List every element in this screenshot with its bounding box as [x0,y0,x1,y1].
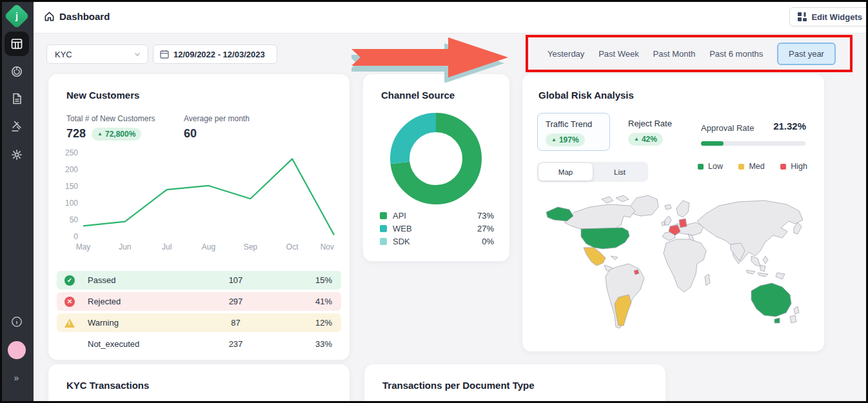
tab-past-year[interactable]: Past year [777,43,836,65]
status-percent: 12% [287,318,332,328]
total-customers-label: Total # of New Customers [66,114,155,123]
sidebar-collapse-button[interactable]: » [0,373,34,383]
warning-triangle-icon [64,319,75,328]
tab-yesterday[interactable]: Yesterday [547,49,584,59]
svg-text:Sep: Sep [244,242,258,251]
card-title: Transactions per Document Type [382,380,535,391]
date-range-picker[interactable]: 12/09/2022 - 12/03/2023 [153,44,277,64]
avg-per-month-value: 60 [184,127,250,141]
check-circle-icon: ✓ [64,275,75,286]
svg-text:0: 0 [74,232,78,241]
tab-past-week[interactable]: Past Week [598,49,639,59]
svg-text:50: 50 [70,215,79,224]
card-title: New Customers [66,90,139,101]
status-count: 87 [184,318,287,328]
activity-icon [11,66,23,77]
global-risk-card: Global Risk Analysis Traffic Trend ▲197%… [522,74,824,351]
document-icon [12,93,23,104]
home-icon[interactable] [44,11,55,22]
collapse-icon: » [14,373,20,383]
risk-legend-high: High [780,162,807,171]
tab-past-6-months[interactable]: Past 6 months [709,49,763,59]
status-table: ✓Passed10715%✕Rejected29741%Warning8712%… [57,271,341,353]
sidebar-item-info[interactable] [0,316,34,328]
info-icon [11,316,23,328]
status-row-warning[interactable]: Warning8712% [57,313,341,332]
dashboard-type-select[interactable]: KYC [46,44,148,64]
time-range-tabs-highlight-box: YesterdayPast WeekPast MonthPast 6 month… [526,35,853,72]
edit-widgets-button[interactable]: Edit Widgets [789,7,868,26]
avatar [8,341,26,359]
topbar: Dashboard Edit Widgets [34,0,868,34]
approval-rate-value: 21.32% [773,121,806,132]
legend-item-api: API73% [380,211,494,221]
tab-past-month[interactable]: Past Month [653,49,696,59]
date-range-value: 12/09/2022 - 12/03/2023 [173,50,265,59]
calendar-icon [160,50,169,59]
approval-rate-label: Approval Rate [701,123,754,133]
sidebar: j » [0,0,34,403]
sidebar-item-rules[interactable] [5,114,29,139]
toggle-list[interactable]: List [593,163,647,181]
legend-label: Low [708,162,723,171]
legend-label: Med [749,162,764,171]
annotation-arrow [351,36,516,83]
svg-text:May: May [76,242,91,251]
sidebar-item-dashboard[interactable] [5,32,29,56]
svg-text:150: 150 [65,182,78,191]
logo-letter: j [15,11,18,21]
world-risk-map[interactable] [538,189,809,345]
status-row-passed[interactable]: ✓Passed10715% [57,271,341,290]
widgets-icon [798,12,807,21]
sidebar-item-settings[interactable] [5,143,29,167]
settings-icon [11,149,23,161]
kyc-transactions-card: KYC Transactions [48,364,350,403]
transactions-per-document-type-card: Transactions per Document Type [364,364,666,403]
x-circle-icon: ✕ [64,297,75,307]
app-logo[interactable]: j [4,3,30,29]
legend-item-sdk: SDK0% [380,237,494,246]
svg-text:Nov: Nov [321,242,334,251]
user-avatar[interactable] [0,341,34,359]
legend-swatch [780,164,786,170]
status-count: 237 [184,339,287,349]
channel-source-donut-chart [388,110,484,207]
gavel-icon [11,121,23,132]
legend-item-web: WEB27% [380,224,494,233]
toggle-map[interactable]: Map [538,163,593,181]
sidebar-item-activity[interactable] [5,59,29,84]
total-delta-badge: ▲72,800% [92,128,141,141]
approval-rate-progressbar [701,141,805,146]
legend-label: SDK [393,237,410,246]
reject-rate-box[interactable]: Reject Rate ▲42% [628,119,672,146]
status-label: Not_executed [88,339,184,349]
card-title: KYC Transactions [66,380,149,391]
sidebar-item-documents[interactable] [5,86,29,111]
status-percent: 41% [287,297,332,306]
card-title: Channel Source [381,90,455,101]
reject-rate-label: Reject Rate [628,119,672,128]
arrow-up-icon: ▲ [551,137,557,143]
legend-label: High [791,162,807,171]
arrow-up-icon: ▲ [97,131,103,137]
dashboard-icon [11,38,23,50]
legend-swatch [380,238,387,245]
svg-text:100: 100 [65,199,78,208]
select-value: KYC [55,50,72,59]
risk-legend-low: Low [698,162,723,171]
traffic-trend-box[interactable]: Traffic Trend ▲197% [537,113,610,151]
avg-per-month-label: Average per month [184,114,250,123]
svg-text:200: 200 [65,165,78,174]
legend-value: 0% [482,237,494,246]
arrow-up-icon: ▲ [634,136,639,142]
channel-source-legend: API73%WEB27%SDK0% [380,211,494,246]
legend-swatch [380,225,387,232]
status-row-rejected[interactable]: ✕Rejected29741% [57,292,341,311]
status-percent: 15% [287,275,332,285]
channel-source-card: Channel Source API73%WEB27%SDK0% [363,74,509,261]
svg-text:Aug: Aug [202,242,215,251]
status-label: Rejected [88,297,184,306]
svg-text:Jul: Jul [162,242,172,251]
status-row-not_executed[interactable]: Not_executed23733% [57,335,341,353]
legend-label: WEB [393,224,412,233]
